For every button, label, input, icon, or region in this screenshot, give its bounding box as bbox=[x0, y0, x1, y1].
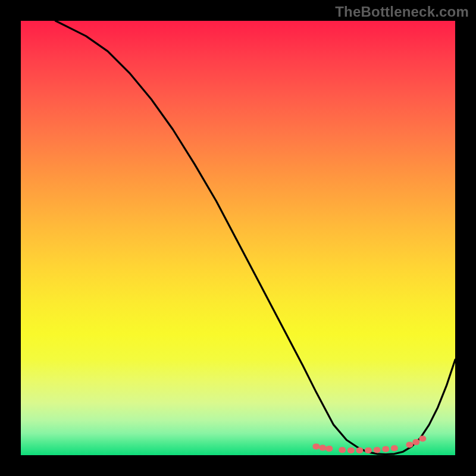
watermark-text: TheBottleneck.com bbox=[335, 4, 469, 20]
plot-area bbox=[21, 21, 455, 455]
marker-dot bbox=[391, 445, 398, 451]
marker-dot bbox=[419, 436, 426, 441]
chart-svg bbox=[21, 21, 455, 455]
marker-dot bbox=[356, 447, 363, 453]
marker-dot bbox=[319, 445, 326, 451]
marker-dot bbox=[325, 446, 333, 452]
marker-dot bbox=[347, 447, 355, 453]
marker-dot bbox=[365, 447, 372, 453]
chart-frame: TheBottleneck.com bbox=[0, 0, 476, 476]
marker-dot bbox=[339, 447, 346, 453]
marker-dot bbox=[412, 439, 419, 445]
marker-dot bbox=[312, 443, 320, 449]
curve-markers bbox=[312, 436, 426, 453]
marker-dot bbox=[382, 446, 389, 452]
marker-dot bbox=[406, 442, 413, 448]
curve-line bbox=[55, 21, 455, 455]
marker-dot bbox=[374, 447, 381, 453]
